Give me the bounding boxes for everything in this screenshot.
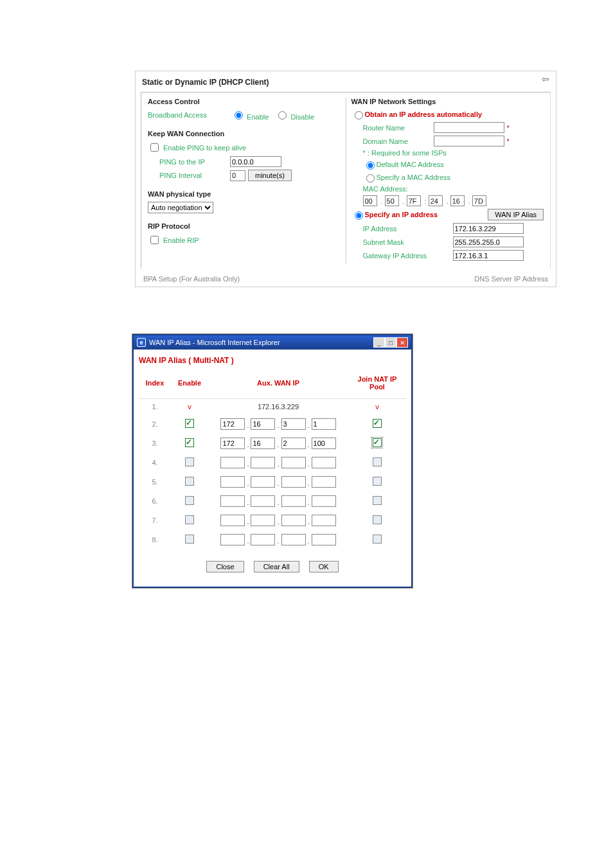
popup-close-button[interactable]: Close (206, 561, 244, 572)
ip-octet-1[interactable] (251, 438, 275, 449)
dot-icon: . (247, 518, 249, 526)
specify-mac-row[interactable]: Specify a MAC Address (363, 172, 544, 182)
ip-octet-3[interactable] (312, 457, 336, 468)
ip-octet-3[interactable] (312, 476, 336, 488)
subnet-input[interactable] (453, 236, 524, 247)
mac-1[interactable] (385, 195, 399, 206)
broadband-disable-radio[interactable] (278, 111, 287, 120)
ip-address-input[interactable] (453, 223, 524, 234)
wan-ip-alias-button[interactable]: WAN IP Alias (488, 209, 544, 220)
broadband-disable-option[interactable]: Disable (275, 109, 314, 121)
join-checkbox[interactable] (373, 419, 382, 428)
dot-icon: . (308, 499, 310, 506)
popup-clear-button[interactable]: Clear All (254, 561, 299, 572)
join-checkbox[interactable] (373, 496, 382, 505)
ip-octet-1[interactable] (251, 534, 275, 545)
ping-interval-row: PING Interval minute(s) (148, 170, 341, 181)
enable-checkbox[interactable] (185, 457, 194, 466)
enable-checkbox[interactable] (185, 515, 194, 524)
close-window-button[interactable]: ✕ (396, 337, 408, 348)
router-name-input[interactable] (434, 122, 504, 133)
minutes-button[interactable]: minute(s) (248, 170, 292, 181)
ip-octet-1[interactable] (251, 457, 275, 468)
ip-octet-3[interactable] (312, 534, 336, 545)
enable-checkbox[interactable] (185, 477, 194, 486)
row-ip-cell: ... (208, 453, 348, 472)
popup-ok-button[interactable]: OK (309, 561, 339, 572)
obtain-auto-label: Obtain an IP address automatically (365, 111, 483, 118)
row-join-cell (348, 472, 406, 492)
mac-0[interactable] (363, 195, 377, 206)
ip-octet-1[interactable] (251, 476, 275, 488)
ip-octet-0[interactable] (220, 457, 245, 468)
wan-phys-select[interactable]: Auto negotiation (148, 202, 213, 213)
specify-ip-radio[interactable] (355, 211, 363, 220)
enable-rip-checkbox[interactable] (150, 236, 159, 244)
ping-interval-label: PING Interval (159, 172, 230, 179)
ip-octet-0[interactable] (220, 515, 245, 526)
dot-icon: . (247, 460, 249, 468)
ip-octet-2[interactable] (281, 418, 306, 430)
ip-octet-3[interactable] (312, 495, 336, 507)
specify-mac-radio[interactable] (366, 174, 375, 182)
ip-octet-1[interactable] (251, 515, 275, 526)
ip-octet-0[interactable] (220, 418, 245, 430)
row-index: 8. (139, 530, 171, 549)
mac-2[interactable] (407, 195, 421, 206)
ip-octet-2[interactable] (281, 534, 306, 545)
ip-octet-2[interactable] (281, 476, 306, 488)
domain-name-input[interactable] (434, 136, 504, 146)
gateway-label: Gateway IP Address (363, 252, 453, 260)
broadband-enable-radio[interactable] (235, 111, 243, 120)
ip-octet-1[interactable] (251, 495, 275, 507)
ping-interval-input[interactable] (230, 170, 245, 181)
enable-checkbox[interactable] (185, 535, 194, 544)
ie-icon: e (137, 338, 146, 347)
ip-octet-2[interactable] (281, 438, 306, 449)
ip-octet-3[interactable] (312, 438, 336, 449)
join-checkbox[interactable] (373, 438, 382, 447)
default-mac-row[interactable]: Default MAC Address (363, 159, 544, 170)
enable-checkbox[interactable] (185, 496, 194, 505)
row-join-cell: v (348, 399, 406, 415)
row-enable-cell (171, 492, 208, 511)
enable-checkbox[interactable] (185, 419, 194, 428)
mac-4[interactable] (450, 195, 465, 206)
broadband-enable-option[interactable]: Enable (231, 109, 269, 121)
obtain-auto-row[interactable]: Obtain an IP address automatically (351, 109, 544, 120)
ip-octet-0[interactable] (220, 495, 245, 507)
join-checkbox[interactable] (373, 515, 382, 524)
ip-octet-3[interactable] (312, 515, 336, 526)
panel-title: Static or Dynamic IP (DHCP Client) (141, 75, 551, 92)
default-mac-radio[interactable] (366, 161, 375, 170)
join-checkbox[interactable] (373, 477, 382, 486)
minimize-button[interactable]: _ (373, 337, 385, 348)
maximize-button[interactable]: □ (385, 337, 396, 348)
table-row: 3.... (139, 434, 406, 453)
wan-ip-alias-window: e WAN IP Alias - Microsoft Internet Expl… (132, 334, 413, 588)
back-arrow-icon[interactable]: ⇦ (542, 74, 549, 84)
mac-5[interactable] (472, 195, 486, 206)
ip-octet-2[interactable] (281, 515, 306, 526)
wan-phys-heading: WAN physical type (148, 190, 341, 198)
col-enable: Enable (171, 368, 208, 399)
ip-octet-0[interactable] (220, 534, 245, 545)
ip-octet-0[interactable] (220, 476, 245, 488)
row-ip-cell: 172.16.3.229 (208, 399, 348, 415)
obtain-auto-radio[interactable] (355, 111, 363, 120)
mac-3[interactable] (429, 195, 443, 206)
join-checkbox[interactable] (373, 457, 382, 466)
enable-checkbox[interactable] (185, 438, 194, 447)
ip-octet-0[interactable] (220, 438, 245, 449)
ip-octet-2[interactable] (281, 495, 306, 507)
specify-ip-row[interactable]: Specify an IP address WAN IP Alias (351, 209, 544, 220)
join-checkbox[interactable] (373, 535, 382, 544)
enable-ping-checkbox[interactable] (150, 143, 159, 152)
wan-settings-panel: Static or Dynamic IP (DHCP Client) ⇦ Acc… (135, 71, 556, 287)
ip-octet-1[interactable] (251, 418, 275, 430)
ping-ip-input[interactable] (230, 156, 281, 167)
gateway-input[interactable] (453, 250, 524, 261)
ip-octet-2[interactable] (281, 457, 306, 468)
ip-octet-3[interactable] (312, 418, 336, 430)
footer-left: BPA Setup (For Australia Only) (143, 275, 240, 283)
